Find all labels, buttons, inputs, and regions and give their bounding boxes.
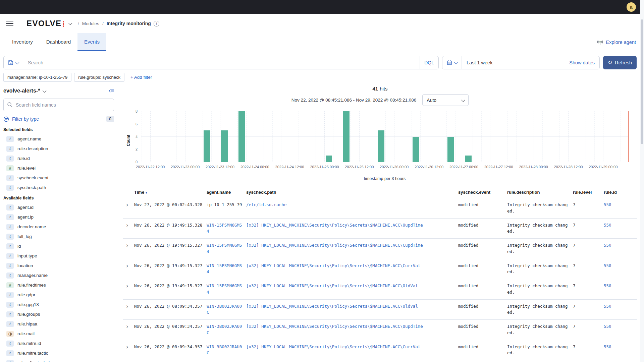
agent-name-value[interactable]: WIN-15PSMN6GMS4 [207,243,242,254]
field-item[interactable]: t full_log [3,232,114,241]
expand-row-button[interactable]: › [126,323,128,330]
rule-id-link[interactable]: 550 [604,202,611,207]
agent-name-value[interactable]: WIN-3BO02JRAU0C [207,324,242,335]
field-item[interactable]: t rule.gpg13 [3,300,114,309]
syscheck-path-link[interactable]: [x32] HKEY_LOCAL_MACHINE\Security\Policy… [246,283,418,288]
field-item[interactable]: t rule.description [3,144,114,154]
expand-row-button[interactable]: › [126,242,128,249]
search-input[interactable] [23,56,420,69]
expand-row-button[interactable]: › [126,222,128,229]
cell-rule-description: Integrity checksum changed. [507,219,573,239]
expand-row-button[interactable]: › [126,201,128,208]
agent-name-value[interactable]: WIN-15PSMN6GMS4 [207,263,242,275]
column-header-rule-id[interactable]: rule.id [604,187,637,198]
column-header-rule-description[interactable]: rule.description [507,187,573,198]
field-item[interactable]: t agent.ip [3,212,114,222]
syscheck-path-link[interactable]: [x32] HKEY_LOCAL_MACHINE\Security\Policy… [246,324,423,329]
agent-name-value[interactable]: WIN-3BO02JRAU0C [207,304,242,315]
column-header-syscheck-path[interactable]: syscheck.path [246,187,458,198]
user-avatar[interactable]: a [627,2,636,12]
table-header-row: Time▾ agent.name syscheck.path syscheck.… [123,187,637,198]
field-item[interactable]: t syscheck.event [3,173,114,183]
field-item[interactable]: t rule.groups [3,309,114,319]
agent-name-value[interactable]: WIN-3BO02JRAU0C [207,344,242,356]
field-item[interactable]: ◑ rule.mail [3,329,114,339]
field-item[interactable]: # rule.level [3,163,114,173]
scrollbar-thumb[interactable] [641,19,643,144]
field-item[interactable]: t agent.name [3,134,114,144]
explore-agent-button[interactable]: Explore agent [597,33,639,51]
cell-syscheck-event: modified [458,360,507,362]
rule-id-link[interactable]: 550 [604,304,611,309]
filter-by-type-label: Filter by type [12,116,39,122]
column-header-syscheck-event[interactable]: syscheck.event [458,187,507,198]
collapse-sidebar-button[interactable] [109,88,114,93]
rule-id-link[interactable]: 550 [604,263,611,268]
rule-id-link[interactable]: 550 [604,344,611,349]
rule-id-link[interactable]: 550 [604,243,611,248]
expand-row-button[interactable]: › [126,283,128,289]
expand-row-button[interactable]: › [126,262,128,269]
cell-rule-id: 550 [604,219,637,239]
filter-pill-rule-groups[interactable]: rule.groups: syscheck [74,73,124,82]
cell-rule-id: 550 [604,360,637,362]
field-item[interactable]: t id [3,241,114,251]
field-item[interactable]: t decoder.name [3,222,114,232]
field-item[interactable]: t syscheck.path [3,183,114,192]
agent-name-value[interactable]: ip-10-1-255-79 [207,202,242,207]
field-item[interactable]: t rule.mitre.tactic [3,348,114,358]
date-picker-menu-button[interactable] [442,56,462,69]
expand-row-button[interactable]: › [126,303,128,310]
rule-id-link[interactable]: 550 [604,324,611,329]
index-pattern-selector[interactable]: evolve-alerts-* [3,86,114,98]
histogram-plot[interactable]: 02468 [141,111,629,162]
field-item[interactable]: t rule.mitre.technique [3,358,114,362]
expand-row-button[interactable]: › [126,344,128,350]
show-dates-button[interactable]: Show dates [565,56,599,69]
field-search-input[interactable] [3,99,114,111]
syscheck-path-link[interactable]: [x32] HKEY_LOCAL_MACHINE\Security\Policy… [246,304,418,309]
page-scrollbar[interactable] [640,0,644,362]
filter-by-type-button[interactable]: Filter by type 0 [3,115,114,126]
brand-logo[interactable]: EVOLVE [26,19,64,28]
syscheck-path-link[interactable]: [x32] HKEY_LOCAL_MACHINE\Security\Policy… [246,223,423,228]
menu-icon[interactable] [6,21,13,26]
interval-select[interactable]: Auto [422,94,469,106]
chevron-down-icon[interactable] [68,21,72,25]
field-item[interactable]: t manager.name [3,270,114,280]
tab-dashboard[interactable]: Dashboard [40,33,77,51]
syscheck-path-link[interactable]: [x32] HKEY_LOCAL_MACHINE\Security\Policy… [246,344,420,349]
column-header-rule-level[interactable]: rule.level [573,187,604,198]
info-icon[interactable]: i [154,21,159,26]
saved-queries-button[interactable] [4,56,23,69]
page-title: Integrity monitoring [107,21,151,26]
breadcrumb-modules[interactable]: Modules [82,21,99,26]
field-item[interactable]: t input.type [3,251,114,261]
field-item[interactable]: t agent.id [3,202,114,212]
dql-toggle[interactable]: DQL [420,56,438,69]
rule-id-link[interactable]: 550 [604,283,611,288]
syscheck-path-link[interactable]: /etc/ld.so.cache [246,202,286,207]
field-item[interactable]: t location [3,261,114,270]
field-item[interactable]: # rule.firedtimes [3,280,114,290]
column-header-time[interactable]: Time▾ [134,187,207,198]
tab-events[interactable]: Events [77,33,106,51]
syscheck-path-link[interactable]: [x32] HKEY_LOCAL_MACHINE\Security\Policy… [246,263,420,268]
table-row: › Nov 27, 2022 @ 00:02:43.328 ip-10-1-25… [123,198,637,219]
filter-pill-manager-name[interactable]: manager.name: ip-10-1-255-79 [3,73,71,82]
agent-name-value[interactable]: WIN-15PSMN6GMS4 [207,223,242,234]
tab-inventory[interactable]: Inventory [5,33,40,51]
rule-id-link[interactable]: 550 [604,223,611,228]
field-name: rule.id [17,156,30,161]
refresh-button[interactable]: ↻ Refresh [603,56,637,69]
field-item[interactable]: t rule.id [3,154,114,163]
field-item[interactable]: t rule.hipaa [3,319,114,329]
field-item[interactable]: t rule.mitre.id [3,339,114,348]
syscheck-path-link[interactable]: [x32] HKEY_LOCAL_MACHINE\Security\Policy… [246,243,423,248]
time-range-value[interactable]: Last 1 week [462,56,565,69]
column-header-agent-name[interactable]: agent.name [207,187,246,198]
add-filter-button[interactable]: + Add filter [130,75,152,80]
events-table: Time▾ agent.name syscheck.path syscheck.… [123,187,637,362]
field-item[interactable]: t rule.gdpr [3,290,114,300]
agent-name-value[interactable]: WIN-15PSMN6GMS4 [207,283,242,295]
